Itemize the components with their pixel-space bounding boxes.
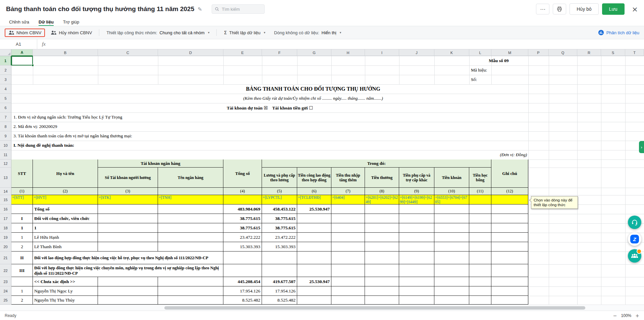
search-input[interactable] xyxy=(221,6,261,12)
row-salary-cell[interactable] xyxy=(262,252,297,264)
row-total-cell[interactable]: 483.984.069 xyxy=(223,204,262,214)
header-note[interactable]: Ghi chú xyxy=(491,159,528,188)
column-number-cell[interactable]: (6) xyxy=(297,188,331,195)
row-name-cell[interactable]: 1 xyxy=(33,223,98,233)
row-empty-cell[interactable] xyxy=(365,252,399,264)
unit-note[interactable]: (Đơn vị: Đồng) xyxy=(402,150,527,159)
row-stt-cell[interactable]: 1 xyxy=(11,233,33,242)
ungroup-cbnv-button[interactable]: Hủy nhóm CBNV xyxy=(48,29,95,37)
row-total-cell[interactable]: 15.303.393 xyxy=(223,242,262,252)
row-total-cell[interactable]: 38.775.615 xyxy=(223,214,262,223)
row-wage-cell[interactable] xyxy=(297,242,331,252)
cell-reference-box[interactable]: A1 xyxy=(0,39,37,49)
header-allowance[interactable]: Tiền phụ cấp và trợ cấp khác xyxy=(399,168,434,188)
header-name[interactable]: Họ và tên xyxy=(33,159,98,188)
account-type-line[interactable]: Tài khoản dự toán ☒ Tài khoản tiền gửi ☐ xyxy=(11,103,528,112)
row-empty-cell[interactable] xyxy=(399,204,434,214)
row-empty-cell[interactable] xyxy=(365,296,399,305)
row-total-cell[interactable] xyxy=(223,252,262,264)
row-empty-cell[interactable] xyxy=(331,286,365,296)
header-stt[interactable]: STT xyxy=(11,159,33,188)
row-empty-cell[interactable] xyxy=(365,286,399,296)
row-empty-cell[interactable] xyxy=(331,252,365,264)
column-number-cell[interactable]: (8) xyxy=(365,188,399,195)
fill-handle[interactable] xyxy=(32,64,34,66)
row-empty-cell[interactable] xyxy=(469,242,491,252)
formula-input[interactable] xyxy=(50,39,644,49)
column-number-cell[interactable] xyxy=(158,188,223,195)
formula-row-cell[interactable]: =[6149]+[6199]+[6299]+[6449] xyxy=(399,195,434,204)
row-empty-cell[interactable] xyxy=(491,214,528,223)
row-total-cell[interactable]: 17.954.126 xyxy=(223,286,262,296)
column-number-cell[interactable]: (7) xyxy=(331,188,365,195)
row-empty-cell[interactable] xyxy=(331,242,365,252)
formula-row-cell[interactable] xyxy=(223,195,262,204)
row-wage-cell[interactable]: 25.530.947 xyxy=(297,204,331,214)
row-empty-cell[interactable] xyxy=(491,223,528,233)
formula-row-cell[interactable] xyxy=(469,195,491,204)
row-empty-cell[interactable] xyxy=(434,214,469,223)
column-number-cell[interactable]: (5) xyxy=(262,188,297,195)
row-bankname-cell[interactable] xyxy=(158,204,223,214)
row-empty-cell[interactable] xyxy=(491,286,528,296)
row-empty-cell[interactable] xyxy=(399,233,434,242)
row-wage-cell[interactable] xyxy=(297,252,331,264)
header-extra-income[interactable]: Tiền thu nhập tăng thêm xyxy=(331,168,365,188)
row-salary-cell[interactable]: 23.472.222 xyxy=(262,233,297,242)
row-empty-cell[interactable] xyxy=(331,204,365,214)
menu-chinh-sua[interactable]: Chỉnh sửa xyxy=(9,19,29,26)
row-salary-cell[interactable]: 15.303.393 xyxy=(262,242,297,252)
row-empty-cell[interactable] xyxy=(434,252,469,264)
column-number-cell[interactable]: (2) xyxy=(33,188,98,195)
row-empty-cell[interactable] xyxy=(434,286,469,296)
community-button[interactable] xyxy=(628,249,641,263)
row-empty-cell[interactable] xyxy=(399,214,434,223)
close-icon[interactable]: × xyxy=(632,5,638,13)
formula-row-cell[interactable]: =[STK] xyxy=(98,195,158,204)
row-stt-cell[interactable]: I xyxy=(11,214,33,223)
row-empty-cell[interactable] xyxy=(469,277,491,286)
formula-row-cell[interactable]: =[6201]+[6202]+[6249] xyxy=(365,195,399,204)
unit-code-line[interactable]: 2. Mã đơn vị: 20020029 xyxy=(13,122,419,131)
row-name-cell[interactable]: Đối với hợp đồng thực hiện công việc chu… xyxy=(33,264,223,277)
row-empty-cell[interactable] xyxy=(399,286,434,296)
row-empty-cell[interactable] xyxy=(331,264,365,277)
row-salary-cell[interactable]: 17.954.126 xyxy=(262,286,297,296)
row-salary-cell[interactable]: 38.775.615 xyxy=(262,214,297,223)
column-number-cell[interactable]: (11) xyxy=(469,188,491,195)
row-bankname-cell[interactable] xyxy=(158,214,223,223)
row-stt-cell[interactable]: 1 xyxy=(11,223,33,233)
row-wage-cell[interactable] xyxy=(297,286,331,296)
cancel-button[interactable]: Hủy bỏ xyxy=(570,3,598,15)
row-empty-cell[interactable] xyxy=(365,223,399,233)
column-number-cell[interactable]: (3) xyxy=(98,188,158,195)
header-total[interactable]: Tổng số xyxy=(223,159,262,188)
row-empty-cell[interactable] xyxy=(331,233,365,242)
row-wage-cell[interactable] xyxy=(297,214,331,223)
row-salary-cell[interactable]: 8.525.482 xyxy=(262,296,297,305)
row-stt-cell[interactable]: II xyxy=(11,252,33,264)
row-total-cell[interactable]: 445.208.454 xyxy=(223,277,262,286)
row-wage-cell[interactable]: 25.530.947 xyxy=(297,277,331,286)
expand-panel-tab[interactable]: › xyxy=(639,141,644,153)
zalo-chat-button[interactable]: Z xyxy=(628,232,641,246)
column-number-cell[interactable]: (4) xyxy=(223,188,262,195)
no-data-rows-dropdown[interactable]: Dòng không có dữ liệu: Hiển thị ▾ xyxy=(271,29,344,37)
row-account-cell[interactable] xyxy=(98,223,158,233)
column-number-cell[interactable]: (1) xyxy=(11,188,33,195)
row-name-cell[interactable]: Tổng số xyxy=(33,204,98,214)
scrollbar-thumb[interactable] xyxy=(164,306,585,310)
menu-tro-giup[interactable]: Trợ giúp xyxy=(63,19,79,26)
row-empty-cell[interactable] xyxy=(469,223,491,233)
row-empty-cell[interactable] xyxy=(434,296,469,305)
header-scholarship[interactable]: Tiền học bổng xyxy=(469,168,491,188)
row-empty-cell[interactable] xyxy=(331,296,365,305)
row-name-cell[interactable]: Nguyễn Thị Ngọc Ly xyxy=(33,286,98,296)
row-salary-cell[interactable]: 419.677.507 xyxy=(262,277,297,286)
row-empty-cell[interactable] xyxy=(491,264,528,277)
row-empty-cell[interactable] xyxy=(331,223,365,233)
row-stt-cell[interactable]: 2 xyxy=(11,296,33,305)
row-name-cell[interactable]: Lê Hữu Hạnh xyxy=(33,233,98,242)
header-bank-name[interactable]: Tên ngân hàng xyxy=(158,168,223,188)
section-heading[interactable]: I. Nội dung đề nghị thanh toán: xyxy=(13,141,419,150)
